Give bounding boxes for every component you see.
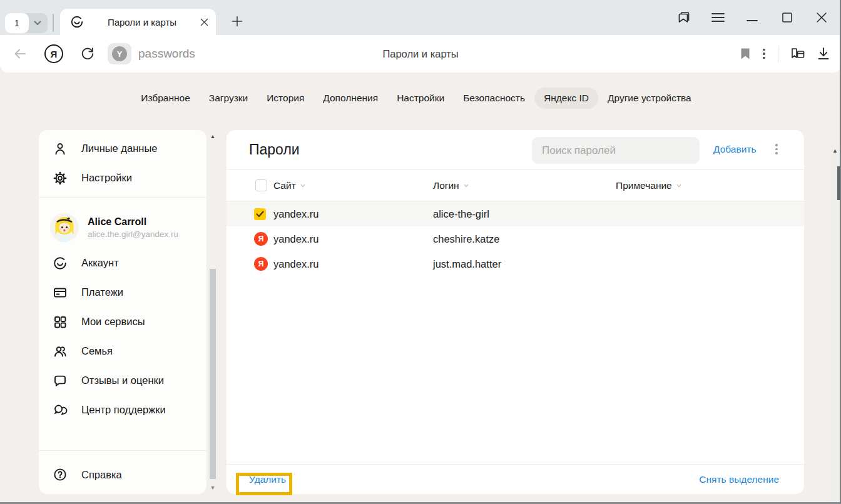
gear-icon (53, 171, 68, 186)
passwords-panel: Пароли Добавить Сайт Логин Примечание (227, 130, 804, 494)
scrollbar-thumb[interactable] (210, 269, 216, 479)
sidebar-item-payments[interactable]: Платежи (39, 278, 206, 307)
nav-tab-extensions[interactable]: Дополнения (313, 88, 387, 109)
scroll-up-icon[interactable]: ▲ (830, 147, 840, 154)
new-tab-button[interactable] (227, 11, 248, 32)
yandex-id-smiley-icon (70, 15, 84, 29)
avatar (50, 213, 79, 242)
sidebar-item-label: Платежи (81, 286, 123, 298)
sidebar-item-family[interactable]: Семья (39, 336, 206, 366)
sidebar-scrollbar[interactable]: ▲ ▼ (208, 133, 217, 491)
nav-tab-other-devices[interactable]: Другие устройства (598, 88, 701, 109)
menu-hamburger-icon[interactable] (708, 8, 728, 28)
sidebar-divider (39, 197, 206, 198)
sidebar-item-label: Справка (81, 469, 122, 481)
downloads-icon[interactable] (816, 35, 831, 73)
sidebar-item-support[interactable]: Центр поддержки (39, 395, 206, 425)
sidebar-item-account[interactable]: Аккаунт (39, 248, 206, 278)
window-titlebar: 1 Пароли и карты (0, 0, 841, 35)
nav-tab-favorites[interactable]: Избранное (131, 88, 200, 109)
more-menu-icon[interactable] (763, 35, 765, 73)
delete-button[interactable]: Удалить (249, 474, 286, 485)
table-row[interactable]: Я yandex.ru cheshire.katze (227, 226, 804, 251)
settings-nav-tabs: Избранное Загрузки История Дополнения На… (0, 88, 832, 109)
select-all-checkbox[interactable] (255, 170, 267, 201)
nav-tab-yandex-id[interactable]: Яндекс ID (534, 88, 598, 109)
sidebar-item-personal-data[interactable]: Личные данные (39, 134, 206, 163)
panel-title: Пароли (249, 141, 300, 158)
login-cell: alice-the-girl (433, 201, 489, 226)
support-icon (53, 403, 68, 418)
yandex-logo-icon[interactable]: Я (44, 35, 63, 73)
scroll-down-icon[interactable]: ▼ (208, 484, 217, 491)
chevron-down-icon (34, 21, 41, 26)
maximize-icon[interactable] (777, 8, 797, 28)
nav-tab-settings[interactable]: Настройки (387, 88, 454, 109)
site-cell: yandex.ru (273, 226, 319, 251)
scrollbar-thumb[interactable] (837, 166, 840, 200)
check-icon (256, 211, 264, 218)
addrbar-separator (778, 35, 778, 73)
sort-chevron-icon (300, 183, 306, 188)
table-row[interactable]: Я yandex.ru just.mad.hatter (227, 251, 804, 276)
site-cell: yandex.ru (273, 201, 319, 226)
sidebar-item-label: Отзывы и оценки (81, 375, 164, 386)
nav-tab-downloads[interactable]: Загрузки (200, 88, 257, 109)
card-icon (53, 285, 68, 300)
passwords-header: Пароли Добавить (227, 130, 804, 170)
page-scrollbar[interactable]: ▲ ▼ (830, 145, 840, 504)
yandex-favicon-icon: Я (254, 251, 268, 276)
address-bar: Я Y passwords Пароли и карты (0, 35, 841, 73)
titlebar-separator (53, 14, 54, 32)
add-password-button[interactable]: Добавить (713, 144, 757, 155)
sidebar-item-settings[interactable]: Настройки (39, 163, 206, 193)
tab-counter-dropdown[interactable]: 1 (5, 13, 48, 33)
site-protect-badge-icon[interactable]: Y (108, 35, 131, 73)
scroll-up-icon[interactable]: ▲ (208, 133, 217, 140)
column-note[interactable]: Примечание (616, 170, 682, 201)
row-checkbox-checked[interactable] (254, 201, 266, 226)
table-header: Сайт Логин Примечание (227, 170, 804, 201)
deselect-button[interactable]: Снять выделение (699, 474, 779, 485)
feedback-icon (53, 373, 68, 388)
yandex-favicon-icon: Я (254, 226, 268, 251)
family-icon (53, 344, 68, 359)
sidebar-item-label: Личные данные (81, 143, 157, 154)
bookmark-icon[interactable] (740, 35, 750, 73)
sidebar-item-reviews[interactable]: Отзывы и оценки (39, 366, 206, 395)
sidebar-panels-icon[interactable] (789, 35, 807, 73)
sidebar-item-label: Аккаунт (81, 257, 119, 269)
sidebar-item-services[interactable]: Мои сервисы (39, 307, 206, 336)
panel-more-icon[interactable] (775, 144, 778, 154)
help-icon (53, 467, 68, 482)
grid-icon (53, 315, 68, 330)
column-site[interactable]: Сайт (273, 170, 306, 201)
tab-close-icon[interactable] (200, 18, 208, 26)
account-sidebar: Личные данные Настройки (39, 130, 206, 494)
selection-footer: Удалить Снять выделение (227, 464, 804, 494)
profile-email: alice.the.girl@yandex.ru (88, 229, 178, 239)
login-cell: just.mad.hatter (433, 251, 501, 276)
sidebar-item-label: Настройки (81, 172, 132, 184)
url-text[interactable]: passwords (138, 35, 195, 73)
tab-count: 1 (5, 13, 29, 33)
search-input[interactable] (532, 137, 700, 164)
site-cell: yandex.ru (273, 251, 319, 276)
back-icon[interactable] (13, 35, 28, 73)
profile-name: Alice Carroll (88, 216, 178, 228)
close-icon[interactable] (812, 8, 832, 28)
sidebar-item-label: Семья (81, 345, 113, 357)
nav-tab-security[interactable]: Безопасность (454, 88, 534, 109)
collections-icon[interactable] (673, 8, 693, 28)
sidebar-divider (39, 450, 206, 451)
login-cell: cheshire.katze (433, 226, 499, 251)
profile-card[interactable]: Alice Carroll alice.the.girl@yandex.ru (39, 202, 206, 248)
person-icon (53, 141, 68, 156)
refresh-icon[interactable] (79, 35, 96, 73)
nav-tab-history[interactable]: История (257, 88, 313, 109)
column-login[interactable]: Логин (433, 170, 469, 201)
sidebar-item-help[interactable]: Справка (39, 455, 206, 494)
minimize-icon[interactable] (742, 8, 762, 28)
table-row[interactable]: yandex.ru alice-the-girl (227, 201, 804, 226)
browser-tab-passwords[interactable]: Пароли и карты (60, 9, 216, 35)
